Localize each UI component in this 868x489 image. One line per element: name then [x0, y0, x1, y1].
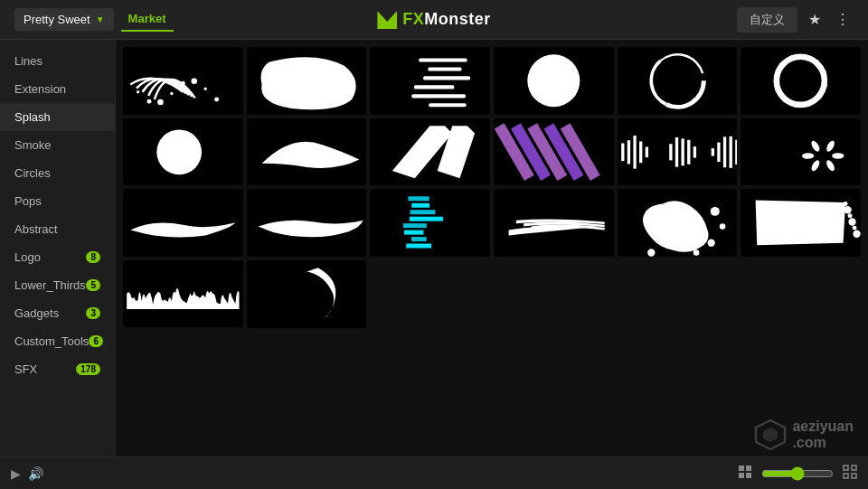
svg-rect-102	[739, 465, 744, 471]
sidebar-item-label: Circles	[14, 166, 51, 180]
grid-small-icon[interactable]	[738, 465, 752, 482]
svg-line-30	[780, 63, 781, 70]
svg-rect-54	[669, 144, 672, 160]
audio-button[interactable]: 🔊	[28, 466, 43, 481]
svg-rect-57	[687, 139, 690, 164]
grid-icon-svg	[738, 465, 752, 479]
svg-rect-46	[621, 143, 624, 161]
sidebar-item-lines[interactable]: Lines	[0, 47, 115, 75]
thumbnail-item[interactable]	[247, 118, 367, 186]
sidebar-item-sfx[interactable]: SFX178	[0, 355, 115, 383]
svg-point-6	[181, 81, 185, 86]
sidebar-item-label: Lower_Thirds	[14, 278, 86, 292]
logo-m-icon	[377, 11, 397, 29]
chevron-down-icon: ▼	[96, 14, 105, 24]
svg-point-92	[844, 202, 848, 206]
thumbnail-item[interactable]	[370, 47, 490, 115]
svg-rect-47	[627, 140, 629, 164]
svg-rect-105	[746, 473, 751, 478]
thumbnail-item[interactable]	[247, 47, 367, 115]
thumbnail-item[interactable]	[247, 260, 367, 328]
svg-rect-80	[403, 223, 427, 228]
sidebar-item-extension[interactable]: Extension	[0, 75, 115, 103]
thumbnail-item[interactable]	[618, 189, 738, 257]
sidebar-item-gadgets[interactable]: Gadgets3	[0, 299, 115, 327]
footer-controls: ▶ 🔊	[11, 466, 43, 481]
thumbnail-item[interactable]	[247, 189, 367, 257]
svg-rect-17	[429, 103, 467, 107]
svg-rect-56	[681, 138, 684, 165]
sidebar-item-badge: 178	[76, 363, 100, 375]
thumbnail-item[interactable]	[123, 118, 243, 186]
svg-rect-107	[852, 465, 856, 470]
expand-icon[interactable]	[843, 465, 857, 482]
sidebar-item-logo[interactable]: Logo8	[0, 243, 115, 271]
sidebar-item-smoke[interactable]: Smoke	[0, 131, 115, 159]
svg-point-89	[693, 249, 699, 256]
thumbnail-item[interactable]	[494, 47, 614, 115]
svg-rect-76	[409, 197, 429, 202]
svg-rect-50	[645, 146, 647, 157]
thumbnail-item[interactable]	[618, 47, 738, 115]
thumbnail-item[interactable]	[618, 118, 738, 186]
svg-point-36	[156, 129, 202, 174]
content-area	[116, 40, 868, 456]
sidebar-item-custom-tools[interactable]: Custom_Tools6	[0, 327, 115, 355]
thumbnail-item[interactable]	[370, 118, 490, 186]
svg-rect-15	[414, 85, 454, 89]
svg-point-87	[719, 223, 725, 230]
svg-point-3	[147, 99, 152, 104]
zoom-slider[interactable]	[761, 466, 834, 481]
thumbnail-item[interactable]	[123, 189, 243, 257]
preset-button[interactable]: Pretty Sweet ▼	[14, 8, 114, 31]
sidebar-item-circles[interactable]: Circles	[0, 159, 115, 187]
market-tab[interactable]: Market	[121, 7, 174, 32]
play-button[interactable]: ▶	[11, 466, 21, 481]
thumbnail-item[interactable]	[494, 189, 614, 257]
svg-point-95	[849, 219, 856, 226]
svg-point-67	[832, 153, 844, 159]
svg-rect-58	[693, 146, 695, 157]
svg-rect-104	[739, 473, 744, 478]
sidebar-item-label: Pops	[14, 194, 42, 208]
svg-rect-79	[410, 217, 443, 221]
thumbnail-item[interactable]	[123, 260, 243, 328]
preset-label: Pretty Sweet	[24, 13, 90, 26]
svg-point-9	[214, 97, 219, 101]
svg-rect-62	[717, 142, 720, 162]
sidebar-item-lower-thirds[interactable]: Lower_Thirds5	[0, 271, 115, 299]
header-right: 自定义 ★ ⋮	[737, 7, 854, 33]
thumbnail-item[interactable]	[741, 118, 861, 186]
svg-point-97	[854, 230, 861, 238]
svg-rect-63	[723, 136, 726, 167]
thumbnail-item[interactable]	[741, 47, 861, 115]
svg-rect-103	[746, 465, 751, 471]
svg-rect-83	[407, 244, 432, 249]
sidebar-item-abstract[interactable]: Abstract	[0, 215, 115, 243]
custom-button[interactable]: 自定义	[737, 7, 797, 33]
svg-point-94	[848, 214, 853, 219]
svg-point-19	[527, 54, 580, 107]
more-options-icon[interactable]: ⋮	[832, 7, 854, 32]
star-icon[interactable]: ★	[805, 7, 825, 32]
svg-point-88	[707, 240, 714, 247]
thumbnail-item[interactable]	[370, 189, 490, 257]
thumbnail-item[interactable]	[741, 189, 861, 257]
svg-rect-99	[247, 260, 367, 328]
svg-rect-73	[123, 189, 243, 257]
svg-rect-109	[852, 474, 856, 478]
svg-rect-13	[429, 67, 462, 71]
svg-rect-66	[741, 118, 861, 186]
main-layout: LinesExtensionSplashSmokeCirclesPopsAbst…	[0, 40, 868, 456]
sidebar-item-badge: 3	[86, 307, 100, 319]
sidebar-item-label: Logo	[14, 250, 41, 264]
thumbnail-item[interactable]	[494, 118, 614, 186]
svg-rect-16	[412, 94, 467, 98]
thumbnail-item[interactable]	[123, 47, 243, 115]
svg-rect-61	[711, 148, 713, 155]
sidebar-item-pops[interactable]: Pops	[0, 187, 115, 215]
svg-point-96	[853, 226, 857, 230]
sidebar-item-label: Gadgets	[14, 306, 59, 320]
svg-point-8	[204, 88, 207, 90]
sidebar-item-splash[interactable]: Splash	[0, 103, 115, 131]
